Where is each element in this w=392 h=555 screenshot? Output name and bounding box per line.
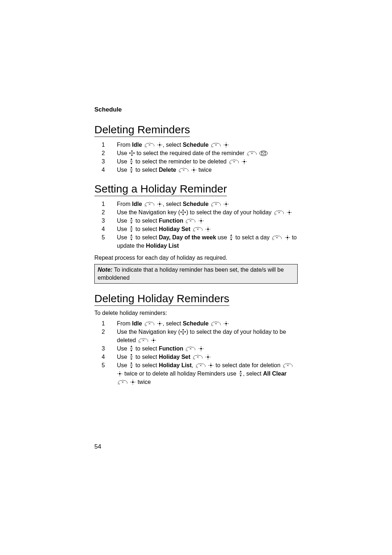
select-dot-icon [151, 337, 156, 343]
text: use [216, 234, 229, 240]
select-dot-icon [157, 321, 163, 327]
step: 2 Use the Navigation key () to select th… [102, 208, 298, 216]
text: to select [134, 362, 159, 368]
step: 3 Use to select the reminder to be delet… [102, 157, 298, 166]
step: 2 Use the Navigation key () to select th… [102, 328, 298, 344]
step-number: 1 [102, 319, 117, 328]
nav-4way-icon [129, 150, 135, 156]
text: Use [117, 345, 129, 352]
text-bold: Function [159, 345, 183, 352]
nav-updown-icon [229, 234, 234, 240]
swipe-icon [210, 201, 222, 207]
text: From [117, 142, 132, 148]
text-bold: Holiday Set [159, 226, 190, 232]
nav-4way-icon [180, 209, 186, 215]
select-dot-icon [205, 226, 211, 232]
step: 5 Use to select Holiday List, to select … [102, 361, 298, 386]
swipe-icon [210, 321, 222, 327]
step-number: 5 [102, 233, 117, 242]
step-number: 2 [102, 208, 117, 216]
text: to select [134, 354, 159, 360]
swipe-icon [246, 150, 258, 156]
text: Use [117, 150, 129, 156]
text: to select [134, 218, 159, 224]
text: Use the Navigation key ( [117, 209, 180, 215]
nav-updown-icon [129, 218, 134, 224]
select-dot-icon [285, 235, 290, 240]
step-number: 3 [102, 344, 117, 353]
text: , select [243, 370, 263, 377]
paragraph: Repeat process for each day of holiday a… [94, 254, 298, 262]
select-dot-icon [223, 321, 229, 327]
swipe-icon [144, 142, 155, 148]
text: , select [163, 142, 183, 148]
select-dot-icon [191, 167, 197, 173]
text-bold: Day, Day of the week [159, 234, 216, 240]
note-body: To indicate that a holiday reminder has … [98, 267, 284, 281]
select-dot-icon [157, 142, 163, 148]
text: , select [163, 320, 183, 327]
text: , select [163, 201, 183, 207]
paragraph: To delete holiday reminders: [94, 309, 298, 317]
swipe-icon [192, 226, 204, 232]
nav-updown-icon [129, 345, 134, 352]
nav-updown-icon [129, 158, 134, 165]
text: ) to select the day of your holiday [186, 209, 273, 215]
text-bold: Holiday Set [159, 354, 190, 360]
select-dot-icon [223, 201, 229, 207]
envelope-icon [259, 150, 268, 156]
heading-setting-holiday-reminder: Setting a Holiday Reminder [94, 183, 227, 196]
step: 4 Use to select Holiday Set [102, 225, 298, 233]
text-bold: Idle [132, 320, 142, 327]
step: 4 Use to select Delete twice [102, 166, 298, 174]
step-number: 4 [102, 225, 117, 233]
text-bold: Holiday List [159, 362, 192, 368]
select-dot-icon [205, 354, 211, 360]
text: Use [117, 167, 129, 173]
swipe-icon [192, 354, 204, 360]
nav-updown-icon [129, 226, 134, 232]
select-dot-icon [198, 218, 204, 224]
swipe-icon [273, 210, 285, 215]
step-number: 2 [102, 149, 117, 157]
text: From [117, 201, 132, 207]
text: to select [134, 226, 159, 232]
swipe-icon [228, 159, 240, 165]
text: From [117, 320, 132, 327]
step-number: 3 [102, 157, 117, 166]
text-bold: Idle [132, 201, 142, 207]
nav-updown-icon [129, 167, 134, 173]
page-number: 54 [94, 443, 101, 450]
text: to select the required date of the remin… [135, 150, 246, 156]
swipe-icon [195, 362, 207, 368]
text-bold: Delete [159, 167, 176, 173]
text: to select [134, 167, 159, 173]
text: to select the reminder to be deleted [134, 158, 228, 165]
step-number: 1 [102, 141, 117, 149]
text: to selct a day [234, 234, 271, 240]
text-bold: Schedule [183, 142, 208, 148]
step: 1 From Idle , select Schedule [102, 319, 298, 328]
page: Schedule Deleting Reminders 1 From Idle … [0, 0, 392, 555]
text: to select [134, 234, 159, 240]
steps-deleting-holiday-reminders: 1 From Idle , select Schedule 2 Use the … [94, 319, 298, 386]
step: 1 From Idle , select Schedule [102, 200, 298, 208]
heading-deleting-reminders: Deleting Reminders [94, 123, 190, 137]
nav-updown-icon [238, 370, 243, 377]
step: 5 Use to select Day, Day of the week use… [102, 233, 298, 250]
text-bold: Schedule [183, 201, 208, 207]
step-number: 4 [102, 353, 117, 361]
nav-updown-icon [129, 362, 134, 368]
nav-updown-icon [129, 234, 134, 240]
text: twice [197, 167, 212, 173]
swipe-icon [210, 142, 222, 148]
text-bold: All Clear [263, 370, 287, 377]
step: 1 From Idle , select Schedule [102, 141, 298, 149]
select-dot-icon [130, 379, 136, 385]
text: twice or to delete all holiday Reminders… [123, 370, 238, 377]
text-bold: Schedule [183, 320, 208, 327]
step-number: 2 [102, 328, 117, 336]
breadcrumb: Schedule [94, 106, 298, 113]
text-bold: Holiday List [146, 243, 179, 249]
step-number: 1 [102, 200, 117, 208]
